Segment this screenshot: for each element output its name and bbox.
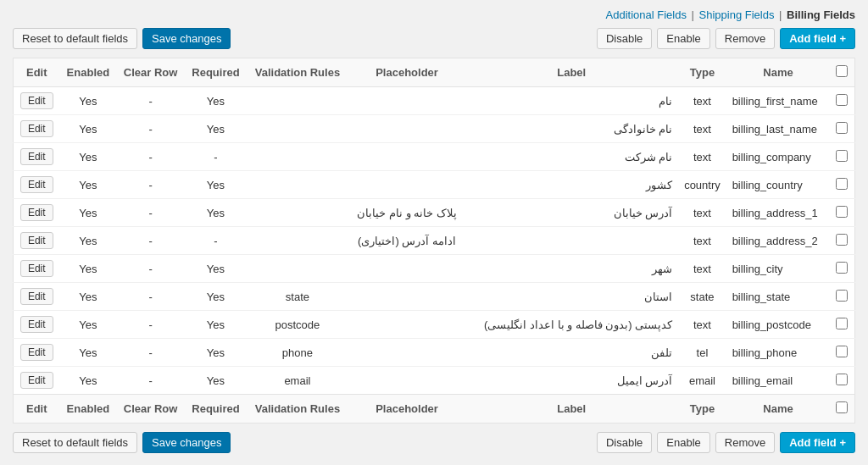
edit-button-9[interactable]: Edit — [20, 344, 53, 361]
cell-edit-2[interactable]: Edit — [14, 143, 60, 171]
cell-checkbox-0[interactable] — [830, 87, 855, 115]
foot-col-label: Label — [465, 395, 677, 423]
cell-edit-0[interactable]: Edit — [14, 87, 60, 115]
cell-validation-0 — [247, 87, 348, 115]
row-checkbox-10[interactable] — [836, 374, 848, 385]
select-all-checkbox[interactable] — [836, 65, 848, 77]
row-checkbox-7[interactable] — [836, 290, 848, 302]
cell-clear-row-7: - — [116, 283, 185, 311]
billing-fields-link[interactable]: Billing Fields — [787, 8, 855, 21]
cell-label-9: تلفن — [465, 339, 677, 367]
cell-edit-3[interactable]: Edit — [14, 171, 60, 199]
cell-checkbox-10[interactable] — [830, 367, 855, 395]
reset-button-bottom[interactable]: Reset to default fields — [13, 432, 137, 453]
cell-edit-1[interactable]: Edit — [14, 115, 60, 143]
edit-button-2[interactable]: Edit — [20, 148, 53, 165]
cell-checkbox-2[interactable] — [830, 143, 855, 171]
foot-col-checkbox[interactable] — [830, 395, 855, 423]
row-checkbox-3[interactable] — [836, 178, 848, 190]
cell-edit-9[interactable]: Edit — [14, 339, 60, 367]
cell-validation-4 — [247, 199, 348, 227]
cell-placeholder-10 — [348, 367, 465, 395]
edit-button-4[interactable]: Edit — [20, 204, 53, 221]
edit-button-10[interactable]: Edit — [20, 372, 53, 389]
col-type: Type — [677, 58, 726, 87]
remove-button-bottom[interactable]: Remove — [715, 432, 775, 453]
row-checkbox-0[interactable] — [836, 94, 848, 106]
cell-checkbox-4[interactable] — [830, 199, 855, 227]
toolbar-right: Disable Enable Remove Add field + — [597, 28, 855, 49]
page-wrapper: Additional Fields | Shipping Fields | Bi… — [0, 0, 868, 465]
col-checkbox-header[interactable] — [830, 58, 855, 87]
row-checkbox-1[interactable] — [836, 122, 848, 134]
row-checkbox-6[interactable] — [836, 262, 848, 274]
cell-enabled-2: Yes — [60, 143, 117, 171]
reset-button[interactable]: Reset to default fields — [13, 28, 137, 49]
save-button-bottom[interactable]: Save changes — [142, 432, 231, 453]
cell-name-7: billing_state — [727, 283, 830, 311]
add-field-button[interactable]: Add field + — [780, 28, 855, 49]
shipping-fields-link[interactable]: Shipping Fields — [699, 8, 775, 21]
row-checkbox-2[interactable] — [836, 150, 848, 162]
col-edit: Edit — [14, 58, 60, 87]
table-row: Edit Yes - Yes شهر text billing_city — [14, 255, 855, 283]
cell-placeholder-7 — [348, 283, 465, 311]
cell-clear-row-9: - — [116, 339, 185, 367]
cell-checkbox-9[interactable] — [830, 339, 855, 367]
cell-required-7: Yes — [185, 283, 247, 311]
cell-checkbox-1[interactable] — [830, 115, 855, 143]
cell-validation-5 — [247, 227, 348, 255]
cell-required-10: Yes — [185, 367, 247, 395]
edit-button-8[interactable]: Edit — [20, 316, 53, 333]
table-row: Edit Yes - Yes نام text billing_first_na… — [14, 87, 855, 115]
cell-checkbox-5[interactable] — [830, 227, 855, 255]
cell-enabled-4: Yes — [60, 199, 117, 227]
cell-required-5: - — [185, 227, 247, 255]
row-checkbox-4[interactable] — [836, 206, 848, 218]
disable-button-bottom[interactable]: Disable — [597, 432, 652, 453]
cell-edit-7[interactable]: Edit — [14, 283, 60, 311]
edit-button-3[interactable]: Edit — [20, 176, 53, 193]
col-name: Name — [727, 58, 830, 87]
col-clear-row: Clear Row — [116, 58, 185, 87]
select-all-footer-checkbox[interactable] — [836, 401, 848, 413]
enable-button[interactable]: Enable — [657, 28, 709, 49]
cell-edit-5[interactable]: Edit — [14, 227, 60, 255]
bottom-toolbar-left: Reset to default fields Save changes — [13, 432, 231, 453]
table-row: Edit Yes - Yes state استان state billing… — [14, 283, 855, 311]
remove-button[interactable]: Remove — [715, 28, 775, 49]
foot-col-clear-row: Clear Row — [116, 395, 185, 423]
edit-button-5[interactable]: Edit — [20, 232, 53, 249]
table-row: Edit Yes - Yes phone تلفن tel billing_ph… — [14, 339, 855, 367]
col-enabled: Enabled — [60, 58, 117, 87]
edit-button-1[interactable]: Edit — [20, 120, 53, 137]
cell-validation-10: email — [247, 367, 348, 395]
additional-fields-link[interactable]: Additional Fields — [606, 8, 687, 21]
cell-checkbox-8[interactable] — [830, 311, 855, 339]
cell-checkbox-3[interactable] — [830, 171, 855, 199]
row-checkbox-5[interactable] — [836, 234, 848, 246]
save-button[interactable]: Save changes — [142, 28, 231, 49]
cell-clear-row-4: - — [116, 199, 185, 227]
cell-type-3: country — [677, 171, 726, 199]
cell-edit-4[interactable]: Edit — [14, 199, 60, 227]
cell-enabled-8: Yes — [60, 311, 117, 339]
disable-button[interactable]: Disable — [597, 28, 652, 49]
cell-enabled-6: Yes — [60, 255, 117, 283]
add-field-button-bottom[interactable]: Add field + — [780, 432, 855, 453]
edit-button-6[interactable]: Edit — [20, 260, 53, 277]
cell-edit-10[interactable]: Edit — [14, 367, 60, 395]
row-checkbox-9[interactable] — [836, 346, 848, 357]
edit-button-0[interactable]: Edit — [20, 92, 53, 109]
cell-checkbox-6[interactable] — [830, 255, 855, 283]
row-checkbox-8[interactable] — [836, 318, 848, 329]
cell-label-10: آدرس ایمیل — [465, 367, 677, 395]
cell-type-6: text — [677, 255, 726, 283]
col-label: Label — [465, 58, 677, 87]
cell-label-6: شهر — [465, 255, 677, 283]
edit-button-7[interactable]: Edit — [20, 288, 53, 305]
enable-button-bottom[interactable]: Enable — [657, 432, 709, 453]
cell-edit-8[interactable]: Edit — [14, 311, 60, 339]
cell-edit-6[interactable]: Edit — [14, 255, 60, 283]
cell-checkbox-7[interactable] — [830, 283, 855, 311]
